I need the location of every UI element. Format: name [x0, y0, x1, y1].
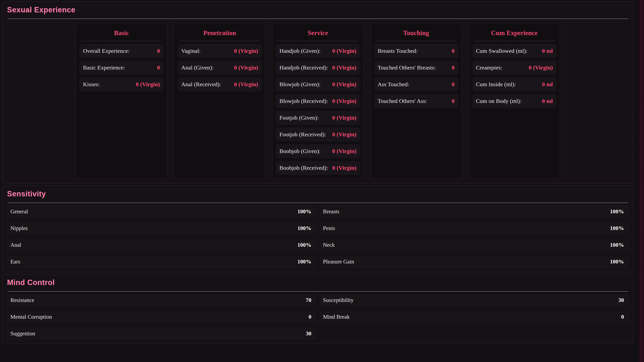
stat-row-breasts-touched: Breasts Touched:0 — [374, 44, 458, 58]
card-title: Service — [276, 29, 360, 37]
stat-value: 0 (Virgin) — [332, 165, 356, 171]
card-title: Penetration — [178, 29, 262, 37]
stat-label: Overall Experience: — [83, 48, 130, 54]
stat-label: Cum Swallowed (ml): — [476, 48, 528, 54]
section-divider — [8, 203, 628, 203]
stat-row-cum-swallowed-ml: Cum Swallowed (ml):0 ml — [472, 44, 556, 58]
stat-label: Susceptibility — [323, 297, 354, 303]
stat-value: 0 — [157, 64, 160, 71]
stat-value: 30 — [618, 297, 624, 303]
stat-label: Footjob (Given): — [280, 115, 318, 121]
stat-value: 0 — [157, 48, 160, 54]
mind-control-grid: Resistance70Susceptibility30Mental Corru… — [7, 294, 629, 339]
stat-value: 0 (Virgin) — [528, 64, 553, 71]
stat-value: 70 — [306, 297, 311, 303]
sensitivity-title: Sensitivity — [7, 190, 629, 198]
stat-label: Anal (Given): — [181, 64, 214, 71]
card-cum-experience: Cum ExperienceCum Swallowed (ml):0 mlCre… — [468, 23, 560, 179]
card-basic: BasicOverall Experience:0Basic Experienc… — [76, 23, 167, 179]
stat-row-mental-corruption: Mental Corruption0 — [7, 311, 316, 323]
stat-row-suggestion: Suggestion30 — [7, 328, 316, 339]
sexual-experience-title: Sexual Experience — [7, 6, 629, 14]
card-title: Cum Experience — [472, 29, 556, 37]
stat-value: 100% — [610, 225, 624, 231]
card-title-divider — [81, 41, 162, 41]
stat-row-resistance: Resistance70 — [7, 294, 316, 306]
section-divider — [8, 291, 628, 291]
card-title-divider — [376, 41, 456, 41]
stat-value: 0 ml — [542, 48, 553, 54]
stat-value: 0 (Virgin) — [234, 81, 258, 88]
cards-container: BasicOverall Experience:0Basic Experienc… — [7, 23, 629, 179]
stat-value: 100% — [610, 242, 624, 248]
stat-label: Blowjob (Received): — [280, 98, 328, 104]
stat-label: Handjob (Given): — [280, 48, 320, 54]
stat-label: Resistance — [10, 297, 34, 303]
stat-value: 100% — [298, 259, 312, 265]
stat-value: 100% — [298, 242, 312, 248]
stat-row-overall-experience: Overall Experience:0 — [79, 44, 164, 58]
section-mind-control: Mind Control Resistance70Susceptibility3… — [2, 274, 634, 344]
stat-label: Mind Break — [323, 314, 350, 320]
stat-label: Breasts — [323, 208, 340, 215]
stat-label: Breasts Touched: — [378, 48, 418, 54]
stat-label: Boobjob (Given): — [280, 148, 320, 155]
stat-value: 0 ml — [542, 98, 553, 104]
card-service: ServiceHandjob (Given):0 (Virgin)Handjob… — [272, 23, 364, 179]
stat-value: 0 (Virgin) — [332, 148, 356, 155]
stat-row-footjob-given: Footjob (Given):0 (Virgin) — [276, 111, 360, 125]
stat-row-breasts: Breasts100% — [320, 206, 629, 217]
scrollbar-track[interactable] — [638, 0, 644, 362]
stat-label: Vaginal: — [181, 48, 200, 54]
stat-row-cum-on-body-ml: Cum on Body (ml):0 ml — [472, 94, 556, 108]
stat-row-blowjob-received: Blowjob (Received):0 (Virgin) — [276, 94, 360, 108]
stat-row-boobjob-given: Boobjob (Given):0 (Virgin) — [276, 144, 360, 158]
stat-row-susceptibility: Susceptibility30 — [320, 294, 629, 306]
stat-label: Basic Experience: — [83, 64, 125, 71]
stat-row-anal-received: Anal (Received):0 (Virgin) — [178, 78, 262, 91]
stat-label: Anal (Received): — [181, 81, 221, 88]
section-sensitivity: Sensitivity General100%Breasts100%Nipple… — [2, 185, 634, 272]
stat-row-cum-inside-ml: Cum Inside (ml):0 ml — [472, 78, 556, 91]
stat-label: Cum on Body (ml): — [476, 98, 522, 104]
card-title: Basic — [79, 29, 164, 37]
stat-label: Ass Touched: — [378, 81, 409, 88]
stat-value: 0 (Virgin) — [332, 81, 356, 88]
stat-value: 0 (Virgin) — [332, 131, 356, 138]
stat-value: 100% — [298, 208, 312, 215]
stat-value: 0 (Virgin) — [234, 64, 258, 71]
stat-value: 0 — [452, 64, 454, 71]
stat-row-touched-others-ass: Touched Others' Ass:0 — [374, 94, 458, 108]
stat-label: General — [10, 208, 28, 215]
stats-page: Sexual Experience BasicOverall Experienc… — [2, 2, 634, 346]
stat-label: Footjob (Received): — [280, 131, 326, 138]
stat-value: 0 (Virgin) — [234, 48, 258, 54]
stat-row-ears: Ears100% — [7, 256, 316, 268]
stat-value: 0 (Virgin) — [332, 115, 356, 121]
stat-label: Cum Inside (ml): — [476, 81, 516, 88]
stat-value: 30 — [306, 330, 311, 337]
stat-value: 0 (Virgin) — [332, 48, 356, 54]
stat-label: Suggestion — [10, 330, 35, 337]
mind-control-title: Mind Control — [7, 278, 629, 287]
stat-row-mind-break: Mind Break0 — [320, 311, 629, 323]
stat-label: Mental Corruption — [10, 314, 52, 320]
stat-label: Nipples — [10, 225, 28, 231]
stat-row-footjob-received: Footjob (Received):0 (Virgin) — [276, 128, 360, 141]
stat-row-blowjob-given: Blowjob (Given):0 (Virgin) — [276, 78, 360, 91]
stat-row-handjob-received: Handjob (Received):0 (Virgin) — [276, 61, 360, 75]
stat-value: 100% — [610, 208, 624, 215]
stat-row-kisses: Kisses:0 (Virgin) — [79, 78, 164, 91]
stat-row-pleasure-gain: Pleasure Gain100% — [320, 256, 629, 268]
stat-label: Blowjob (Given): — [280, 81, 320, 88]
stat-label: Touched Others' Ass: — [378, 98, 427, 104]
card-penetration: PenetrationVaginal:0 (Virgin)Anal (Given… — [174, 23, 266, 179]
stat-value: 0 (Virgin) — [136, 81, 160, 88]
stat-value: 0 — [621, 314, 624, 320]
stat-label: Anal — [10, 242, 21, 248]
stat-row-anal-given: Anal (Given):0 (Virgin) — [178, 61, 262, 75]
stat-row-general: General100% — [7, 206, 316, 217]
stat-value: 100% — [610, 259, 624, 265]
stat-label: Kisses: — [83, 81, 100, 88]
stat-label: Pleasure Gain — [323, 259, 354, 265]
